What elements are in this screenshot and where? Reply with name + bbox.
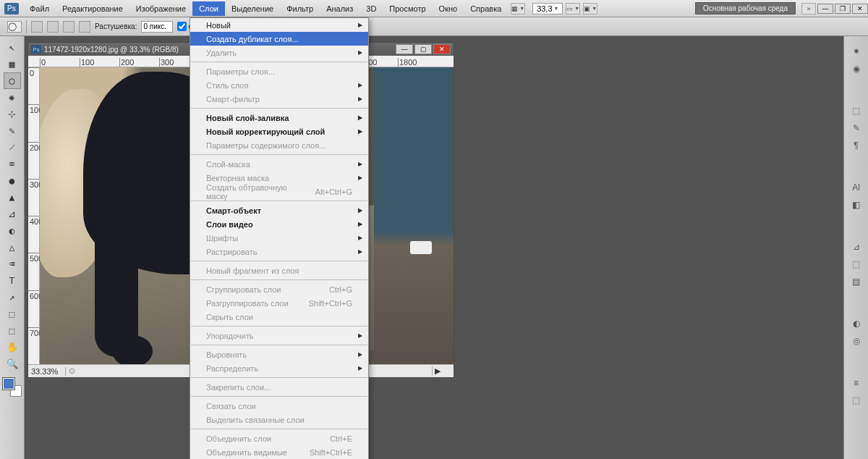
zoom-tool-icon[interactable]: 🔍	[4, 355, 21, 372]
menu-link-layers[interactable]: Связать слои	[190, 399, 368, 413]
menu-align[interactable]: Выровнять	[190, 348, 368, 361]
zoom-level-input[interactable]: 33,3▼	[532, 3, 563, 14]
options-bar: ◯ Растушевка: С	[0, 17, 868, 36]
menu-hide-layers[interactable]: Скрыть слои	[190, 310, 368, 324]
gradient-tool-icon[interactable]: ◐	[4, 222, 21, 239]
menu-select-linked[interactable]: Выделить связанные слои	[190, 413, 368, 426]
menu-video-layers[interactable]: Слои видео	[190, 217, 368, 231]
maximize-button[interactable]: ❐	[835, 4, 851, 14]
status-menu-icon[interactable]: ▶	[432, 366, 442, 376]
eyedropper-tool-icon[interactable]: ✎	[4, 122, 21, 139]
doc-maximize-button[interactable]: ▢	[414, 44, 432, 54]
paragraph-panel-icon[interactable]: ◧	[848, 197, 865, 213]
selection-sub-icon[interactable]	[63, 21, 75, 33]
menu-file[interactable]: Файл	[23, 1, 56, 16]
lasso-tool-icon[interactable]: ◯	[4, 72, 21, 89]
move-tool-icon[interactable]: ↖	[4, 39, 21, 56]
chevron-icon[interactable]: »	[801, 3, 816, 14]
swatches-panel-icon[interactable]: ⬚	[848, 256, 865, 272]
eraser-tool-icon[interactable]: ⊿	[4, 206, 21, 222]
crop-tool-icon[interactable]: ⊹	[4, 106, 21, 122]
menu-ungroup-layers[interactable]: Разгруппировать слоиShift+Ctrl+G	[190, 296, 368, 310]
menu-delete-layer[interactable]: Удалить	[190, 46, 368, 59]
dodge-tool-icon[interactable]: ⌫	[4, 256, 21, 272]
selection-add-icon[interactable]	[47, 21, 59, 33]
lasso-tool-icon[interactable]: ◯	[7, 21, 22, 33]
masks-panel-icon[interactable]: ◎	[848, 333, 865, 349]
hand-tool-icon[interactable]: ✋	[4, 339, 21, 355]
3d-tool-icon[interactable]: ⬚	[4, 322, 21, 339]
menu-merge-layers[interactable]: Объединить слоиCtrl+E	[190, 431, 368, 445]
channels-panel-icon[interactable]: ⬚	[848, 392, 865, 408]
color-swatch[interactable]	[3, 378, 22, 397]
navigator-panel-icon[interactable]: ⊿	[848, 239, 865, 255]
heal-tool-icon[interactable]: ⟋	[4, 139, 21, 156]
color-panel-icon[interactable]: ▤	[848, 274, 865, 290]
menu-lock-layers[interactable]: Закрепить слои...	[190, 380, 368, 394]
shape-tool-icon[interactable]: ⬚	[4, 306, 21, 322]
menu-arrange[interactable]: Упорядочить	[190, 329, 368, 342]
clone-panel-icon[interactable]: ¶	[848, 138, 865, 153]
menu-new-fill-layer[interactable]: Новый слой-заливка	[190, 111, 368, 125]
brush-panel-icon[interactable]: ⬚	[848, 103, 865, 119]
marquee-tool-icon[interactable]: ▦	[4, 56, 21, 72]
arrange-docs-icon[interactable]: ▭▼	[566, 3, 580, 14]
menu-analysis[interactable]: Анализ	[320, 1, 359, 16]
menu-group-layers[interactable]: Сгруппировать слоиCtrl+G	[190, 282, 368, 296]
menu-layers[interactable]: Слои	[192, 1, 225, 16]
menu-new-slice[interactable]: Новый фрагмент из слоя	[190, 264, 368, 277]
menu-layer-content[interactable]: Параметры содержимого слоя...	[190, 138, 368, 152]
launch-bridge-icon[interactable]: ▦▼	[511, 3, 525, 14]
stamp-tool-icon[interactable]: ●	[4, 172, 21, 189]
menu-duplicate-layer[interactable]: Создать дубликат слоя...	[190, 32, 368, 46]
menu-merge-visible[interactable]: Объединить видимыеShift+Ctrl+E	[190, 445, 368, 459]
feather-label: Растушевка:	[95, 22, 137, 30]
layers-panel-icon[interactable]: ≡	[848, 375, 865, 391]
menu-image[interactable]: Изображение	[129, 1, 192, 16]
menu-rasterize[interactable]: Растрировать	[190, 245, 368, 258]
doc-close-button[interactable]: ✕	[433, 44, 451, 54]
history-tool-icon[interactable]: ▲	[4, 189, 21, 206]
feather-input[interactable]	[141, 21, 173, 33]
brush-tool-icon[interactable]: ⌧	[4, 156, 21, 172]
menu-view[interactable]: Просмотр	[383, 1, 432, 16]
status-zoom[interactable]: 33.33%	[28, 367, 66, 376]
canvas-area: Ps 117472-1920x1280.jpg @ 33,3% (RGB/8) …	[25, 36, 843, 459]
doc-minimize-button[interactable]: —	[396, 44, 413, 54]
menu-edit[interactable]: Редактирование	[56, 1, 129, 16]
menu-distribute[interactable]: Распределить	[190, 361, 368, 375]
wand-tool-icon[interactable]: ✺	[4, 89, 21, 106]
screen-mode-icon[interactable]: ▣▼	[583, 3, 597, 14]
adjustments-panel-icon[interactable]: ◐	[848, 316, 865, 332]
blur-tool-icon[interactable]: △	[4, 239, 21, 256]
layers-dropdown: Новый Создать дубликат слоя... Удалить П…	[190, 17, 369, 459]
menu-window[interactable]: Окно	[433, 1, 464, 16]
menu-3d[interactable]: 3D	[359, 1, 383, 16]
selection-new-icon[interactable]	[31, 21, 43, 33]
type-tool-icon[interactable]: T	[4, 272, 21, 289]
menu-help[interactable]: Справка	[464, 1, 508, 16]
workspace-switcher[interactable]: Основная рабочая среда	[695, 2, 796, 14]
selection-intersect-icon[interactable]	[79, 21, 90, 33]
doc-logo-icon: Ps	[31, 45, 41, 54]
menu-clipping-mask[interactable]: Создать обтравочную маскуAlt+Ctrl+G	[190, 185, 368, 198]
character-panel-icon[interactable]: Al	[848, 180, 865, 195]
panels-dock: ✷ ◉ ⬚ ✎ ¶ Al ◧ ⊿ ⬚ ▤ ◐ ◎ ≡ ⬚	[843, 36, 868, 459]
menu-new-adjust-layer[interactable]: Новый корректирующий слой	[190, 125, 368, 138]
menu-fonts[interactable]: Шрифты	[190, 231, 368, 245]
menu-smart-filter[interactable]: Смарт-фильтр	[190, 92, 368, 106]
menu-layer-style[interactable]: Стиль слоя	[190, 78, 368, 92]
menu-select[interactable]: Выделение	[225, 1, 280, 16]
app-logo-icon: Ps	[4, 3, 19, 14]
minimize-button[interactable]: —	[817, 4, 833, 14]
menu-layer-mask[interactable]: Слой-маска	[190, 157, 368, 171]
path-tool-icon[interactable]: ↗	[4, 289, 21, 306]
menu-new-layer[interactable]: Новый	[190, 18, 368, 32]
history-panel-icon[interactable]: ✷	[848, 43, 865, 59]
actions-panel-icon[interactable]: ◉	[848, 61, 865, 77]
menu-smart-object[interactable]: Смарт-объект	[190, 203, 368, 217]
brushes-panel-icon[interactable]: ✎	[848, 120, 865, 136]
close-button[interactable]: ✕	[852, 4, 868, 14]
menu-filter[interactable]: Фильтр	[280, 1, 320, 16]
menu-layer-props[interactable]: Параметры слоя...	[190, 64, 368, 78]
